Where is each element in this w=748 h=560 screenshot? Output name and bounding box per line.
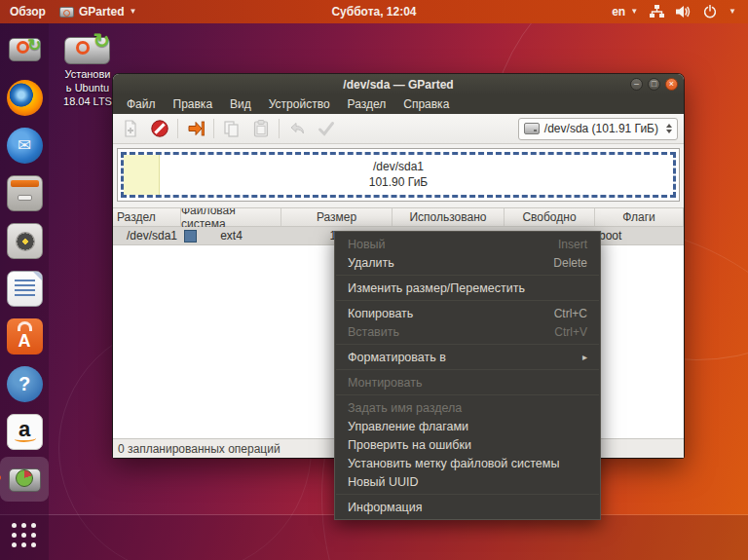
firefox-icon <box>7 80 43 116</box>
close-button[interactable]: × <box>665 78 678 91</box>
dock-item-gparted[interactable] <box>5 460 44 499</box>
app-menu[interactable]: GParted ▼ <box>59 5 137 19</box>
toolbar-separator <box>279 119 280 138</box>
toolbar: /dev/sda (101.91 ГиБ) <box>113 114 684 144</box>
resize-move-button[interactable] <box>184 117 207 140</box>
toolbar-separator <box>213 119 214 138</box>
dock-item-amazon[interactable]: a <box>5 412 44 451</box>
ubuntu-software-icon: A <box>7 318 43 355</box>
help-icon: ? <box>7 366 43 402</box>
gparted-app-icon <box>59 7 74 18</box>
chevron-down-icon: ▼ <box>630 8 638 16</box>
submenu-arrow-icon: ▸ <box>582 352 587 362</box>
menu-edit[interactable]: Правка <box>166 95 221 113</box>
maximize-button[interactable]: □ <box>648 78 660 91</box>
desktop-icon-label: Установи ь Ubuntu 18.04 LTS <box>56 68 120 108</box>
partition-block-sda1[interactable]: /dev/sda1 101.90 ГиБ <box>121 152 676 198</box>
amazon-icon: a <box>7 414 43 450</box>
partition-context-menu: НовыйInsert УдалитьDelete Изменить разме… <box>334 231 601 520</box>
window-title: /dev/sda — GParted <box>343 78 453 92</box>
new-partition-button[interactable] <box>119 117 142 140</box>
menu-item-new-uuid[interactable]: Новый UUID <box>335 472 600 491</box>
apply-button[interactable] <box>315 117 338 140</box>
thunderbird-icon <box>7 128 43 164</box>
dock-item-rhythmbox[interactable] <box>5 221 44 260</box>
toolbar-separator <box>177 119 178 138</box>
dock-item-files[interactable] <box>5 173 44 212</box>
menu-item-paste[interactable]: ВставитьCtrl+V <box>335 322 600 341</box>
menu-item-mount[interactable]: Монтировать <box>335 373 600 392</box>
menu-item-manage-flags[interactable]: Управление флагами <box>335 417 600 435</box>
dock-item-firefox[interactable] <box>5 78 44 117</box>
menu-separator <box>336 344 599 345</box>
volume-icon[interactable] <box>676 5 692 19</box>
menu-item-name-partition[interactable]: Задать имя раздела <box>335 398 600 417</box>
title-bar[interactable]: /dev/sda — GParted – □ × <box>113 74 684 94</box>
menu-item-new[interactable]: НовыйInsert <box>335 235 600 253</box>
copy-button[interactable] <box>220 117 243 140</box>
gparted-icon <box>7 462 43 498</box>
col-partition[interactable]: Раздел <box>113 208 181 226</box>
network-icon[interactable] <box>650 5 664 19</box>
show-applications-button[interactable] <box>12 523 37 548</box>
col-filesystem[interactable]: Файловая система <box>181 208 281 226</box>
keyboard-layout-indicator[interactable]: en ▼ <box>612 5 638 19</box>
menu-separator <box>336 275 599 276</box>
ext4-color-swatch <box>184 230 197 243</box>
libreoffice-writer-icon <box>7 271 43 307</box>
rhythmbox-icon <box>7 223 43 259</box>
table-header: Раздел Файловая система Размер Использов… <box>113 208 684 227</box>
menu-item-set-label[interactable]: Установить метку файловой системы <box>335 454 600 472</box>
delete-partition-button[interactable] <box>148 117 171 140</box>
col-free[interactable]: Свободно <box>505 208 595 226</box>
dock-item-libreoffice-writer[interactable] <box>5 269 44 308</box>
menu-separator <box>336 300 599 301</box>
menu-item-resize-move[interactable]: Изменить размер/Переместить <box>335 279 600 297</box>
minimize-button[interactable]: – <box>630 78 643 91</box>
install-ubuntu-icon: ↻ <box>63 29 112 68</box>
menu-separator <box>336 394 599 395</box>
dock-item-gparted-live[interactable]: ↻ <box>5 30 44 69</box>
dock-item-ubuntu-software[interactable]: A <box>5 317 44 355</box>
chevron-down-icon[interactable]: ▼ <box>729 8 736 16</box>
menu-device[interactable]: Устройство <box>261 95 338 113</box>
undo-button[interactable] <box>285 117 309 140</box>
menu-item-format-to[interactable]: Форматировать в▸ <box>335 348 600 366</box>
dock-item-help[interactable]: ? <box>5 364 44 403</box>
paste-button[interactable] <box>249 117 273 140</box>
menu-bar: Файл Правка Вид Устройство Раздел Справк… <box>113 94 684 114</box>
spinner-arrows-icon[interactable] <box>666 124 672 133</box>
col-size[interactable]: Размер <box>281 208 393 226</box>
file-cabinet-icon <box>7 175 43 211</box>
menu-item-information[interactable]: Информация <box>335 498 600 516</box>
desktop-icon-install-ubuntu[interactable]: ↻ Установи ь Ubuntu 18.04 LTS <box>56 29 120 108</box>
menu-file[interactable]: Файл <box>119 95 164 113</box>
dock: ↻ A ? a <box>0 23 49 560</box>
col-used[interactable]: Использовано <box>393 208 505 226</box>
gparted-live-icon: ↻ <box>7 32 43 68</box>
menu-item-check[interactable]: Проверить на ошибки <box>335 435 600 454</box>
partition-visual-panel: /dev/sda1 101.90 ГиБ <box>117 148 680 202</box>
menu-item-copy[interactable]: КопироватьCtrl+C <box>335 304 600 322</box>
app-menu-label: GParted <box>79 5 125 19</box>
col-flags[interactable]: Флаги <box>595 208 684 226</box>
chevron-down-icon: ▼ <box>130 8 137 16</box>
partition-block-label: /dev/sda1 101.90 ГиБ <box>124 155 673 195</box>
dock-item-thunderbird[interactable] <box>5 126 44 165</box>
disk-icon <box>524 123 540 134</box>
power-icon[interactable] <box>703 5 717 19</box>
menu-help[interactable]: Справка <box>395 95 457 113</box>
activities-button[interactable]: Обзор <box>10 5 46 19</box>
menu-item-delete[interactable]: УдалитьDelete <box>335 253 600 272</box>
device-selector[interactable]: /dev/sda (101.91 ГиБ) <box>518 118 678 140</box>
top-bar: Обзор GParted ▼ Суббота, 12:04 en ▼ ▼ <box>0 0 748 23</box>
menu-separator <box>336 369 599 370</box>
wallpaper-band <box>0 515 748 560</box>
menu-view[interactable]: Вид <box>222 95 259 113</box>
menu-separator <box>336 494 599 495</box>
menu-partition[interactable]: Раздел <box>340 95 394 113</box>
